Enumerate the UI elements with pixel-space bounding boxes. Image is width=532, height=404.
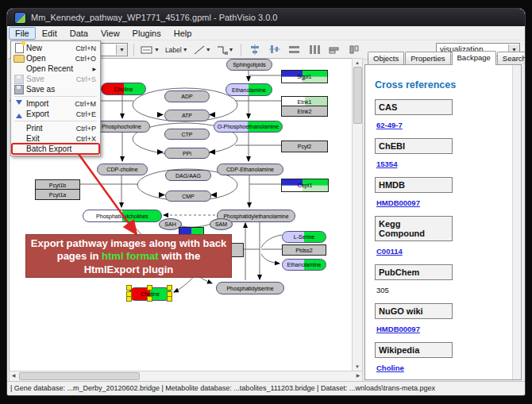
toolbar-separator	[241, 44, 241, 56]
node-cdp-ethanolamine[interactable]: CDP-Ethanolamine	[217, 164, 283, 175]
xref-header-pubchem: PubChem	[375, 264, 453, 280]
node-adp[interactable]: ADP	[164, 90, 210, 102]
sidebar-scrollbar[interactable]	[512, 65, 521, 379]
node-phosphocholine[interactable]: Phosphocholine	[93, 121, 150, 133]
menu-file[interactable]: File	[9, 27, 36, 40]
canvas-vertical-scrollbar[interactable]: ▲▼	[352, 58, 363, 371]
node-cdp-choline[interactable]: CDP-choline	[97, 164, 148, 175]
label-tool-text: Label	[165, 46, 182, 54]
tab-properties[interactable]: Properties	[405, 52, 450, 64]
align-center-x-button[interactable]	[247, 42, 263, 58]
menu-view[interactable]: View	[94, 27, 126, 40]
import-icon	[16, 100, 22, 108]
menu-item-label: Save	[26, 75, 44, 83]
node-ctp[interactable]: CTP	[164, 129, 210, 140]
submenu-arrow-icon: ▶	[92, 66, 96, 71]
node-sphingolipids[interactable]: Sphingolipids	[226, 59, 272, 71]
node-cmp[interactable]: CMP	[165, 190, 211, 202]
node-pcyt2[interactable]: Pcyt2	[281, 140, 328, 152]
menu-item-open[interactable]: OpenCtrl+O	[12, 53, 99, 63]
new-icon	[15, 43, 24, 53]
xref-value-kegg-compound[interactable]: C00114	[376, 247, 521, 256]
sidebar-tabs: ObjectsPropertiesBackpageSearchLegend	[363, 50, 523, 64]
export-icon	[16, 110, 22, 118]
menu-item-label: Import	[26, 99, 48, 108]
node-ethanolamine[interactable]: Ethanolamine	[282, 259, 326, 271]
menu-item-label: Open Recent	[26, 64, 73, 73]
menu-edit[interactable]: Edit	[36, 27, 64, 40]
node-sgpl1[interactable]: Sgpl1	[281, 70, 328, 83]
node-ppi[interactable]: PPi	[164, 148, 210, 159]
xref-header-kegg-compound: Kegg Compound	[375, 216, 453, 241]
node-ethanolamine[interactable]: Ethanolamine	[226, 83, 272, 96]
node-phosphatidylcholines[interactable]: Phosphatidylcholines	[83, 210, 162, 222]
menu-item-new[interactable]: NewCtrl+N	[12, 43, 99, 53]
node-cept1[interactable]: Cept1	[281, 179, 329, 192]
node-ptdss2[interactable]: Ptdss2	[282, 244, 326, 256]
scrollbar-thumb[interactable]	[353, 67, 362, 124]
label-tool-button[interactable]: Label ▼	[164, 42, 189, 58]
distribute-horizontal-button[interactable]	[287, 42, 303, 58]
selection-handle[interactable]	[147, 296, 152, 302]
node-o-phosphoethanolamine[interactable]: O-Phosphoethanolamine	[214, 121, 283, 133]
connector-tool-button[interactable]: ▼	[216, 42, 235, 58]
node-sam[interactable]: SAM	[210, 218, 233, 230]
menu-item-exit[interactable]: ExitCtrl+X	[12, 133, 99, 144]
match-width-button[interactable]	[326, 42, 342, 58]
scroll-left-icon[interactable]: ◀	[10, 372, 17, 379]
node-pcyt1a[interactable]: Pcyt1a	[35, 189, 80, 200]
node-dag-aag[interactable]: DAG/AAG	[165, 170, 211, 181]
title-bar[interactable]: Mm_Kennedy_pathway_WP1771_45176.gpml - P…	[7, 9, 525, 26]
tab-objects[interactable]: Objects	[368, 52, 404, 64]
annotation-highlight: html format	[102, 250, 159, 262]
menu-shortcut: Ctrl+O	[75, 55, 96, 63]
scroll-right-icon[interactable]: ▶	[354, 372, 362, 379]
xref-value-wikipedia[interactable]: Choline	[376, 364, 521, 372]
node-choline[interactable]: Choline	[101, 83, 146, 95]
xref-value-cas[interactable]: 62-49-7	[376, 121, 521, 129]
menu-item-label: Print	[26, 124, 43, 133]
menu-item-save[interactable]: SaveCtrl+S	[12, 74, 99, 84]
selection-handle[interactable]	[126, 296, 132, 302]
backpage-panel: Cross references CAS62-49-7ChEBI15354HMD…	[364, 64, 522, 380]
line-tool-button[interactable]: ▼	[193, 42, 212, 58]
xref-value-nugo-wiki[interactable]: HMDB00097	[376, 325, 521, 333]
distribute-vertical-button[interactable]	[306, 42, 322, 58]
xref-header-nugo-wiki: NuGO wiki	[375, 303, 453, 319]
menu-help[interactable]: Help	[168, 27, 199, 40]
menu-data[interactable]: Data	[64, 27, 94, 40]
node-l-serine[interactable]: L-Serine	[282, 231, 326, 243]
menu-item-batch-export[interactable]: Batch Export	[12, 144, 99, 154]
tab-search[interactable]: Search	[497, 52, 526, 64]
tab-backpage[interactable]: Backpage	[452, 51, 496, 65]
menu-plugins[interactable]: Plugins	[126, 27, 168, 40]
menu-item-label: Export	[26, 110, 49, 118]
xref-value-hmdb[interactable]: HMDB00097	[376, 198, 521, 207]
annotation-callout: Export pathway images along with back pa…	[25, 234, 232, 278]
menu-item-import[interactable]: ImportCtrl+M	[12, 98, 99, 109]
menu-item-print[interactable]: PrintCtrl+P	[12, 123, 99, 133]
selection-handle[interactable]	[167, 285, 172, 290]
file-menu-dropdown: NewCtrl+NOpenCtrl+OOpen Recent▶SaveCtrl+…	[10, 40, 101, 156]
menu-item-open-recent[interactable]: Open Recent▶	[12, 63, 99, 74]
elbow-connector-icon	[217, 45, 228, 55]
node-phosphatidylserine[interactable]: Phosphatidylserine	[216, 282, 284, 294]
chevron-down-icon[interactable]: ▼	[116, 44, 127, 55]
xref-header-cas: CAS	[375, 99, 453, 115]
menu-item-export[interactable]: ExportCtrl+E	[12, 109, 99, 119]
menu-bar: FileEditDataViewPluginsHelp	[7, 26, 525, 40]
selection-handle[interactable]	[167, 296, 172, 302]
selection-handle[interactable]	[147, 285, 152, 290]
selection-handle[interactable]	[126, 285, 132, 290]
scrollbar-thumb[interactable]	[19, 372, 140, 380]
menu-shortcut: Ctrl+E	[76, 110, 96, 118]
node-atp[interactable]: ATP	[164, 110, 210, 121]
align-center-y-button[interactable]	[267, 42, 283, 58]
datanode-tool-button[interactable]: ▼	[140, 42, 160, 58]
node-etnk2[interactable]: Etnk2	[281, 106, 328, 117]
xref-value-chebi[interactable]: 15354	[376, 160, 521, 168]
canvas-horizontal-scrollbar[interactable]: ◀ ▶	[9, 371, 363, 382]
match-height-button[interactable]	[346, 42, 362, 58]
menu-shortcut: Ctrl+S	[76, 75, 96, 83]
menu-item-save-as[interactable]: Save as	[12, 84, 99, 94]
